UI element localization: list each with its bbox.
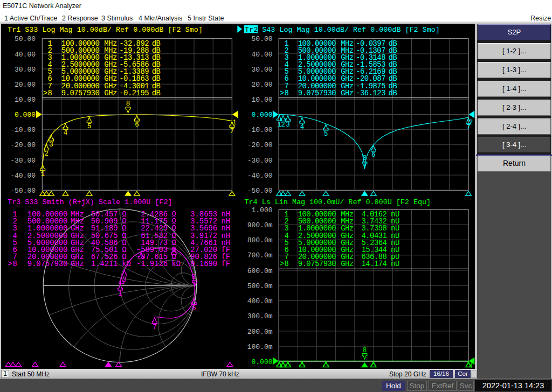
svg-text:6: 6	[192, 305, 196, 312]
svg-text:6: 6	[135, 121, 139, 129]
svg-text:-20.00: -20.00	[247, 141, 273, 149]
svg-text:20.00: 20.00	[15, 81, 36, 89]
svg-text:50.00: 50.00	[15, 35, 36, 43]
svg-text:Tr1 S33 Log Mag 10.00dB/ Ref 0: Tr1 S33 Log Mag 10.00dB/ Ref 0.000dB [F2…	[8, 26, 203, 34]
svg-text:S43 Log Mag 10.00dB/ Ref 0.000: S43 Log Mag 10.00dB/ Ref 0.000dB [F2 Smo…	[262, 26, 439, 34]
svg-text:9.0757930: 9.0757930	[61, 89, 100, 97]
svg-text:2: 2	[281, 121, 285, 129]
svg-text:GHz: GHz	[341, 89, 354, 97]
svg-text:-40.00: -40.00	[247, 172, 273, 180]
svg-text:-30.00: -30.00	[247, 157, 273, 165]
svg-text:8: 8	[363, 347, 367, 354]
svg-text:-50.00: -50.00	[10, 187, 36, 195]
svg-text:7: 7	[230, 128, 234, 135]
svg-text:9.0757930: 9.0757930	[298, 89, 336, 97]
svg-text:GHz: GHz	[71, 260, 84, 268]
svg-text:GHz: GHz	[104, 89, 117, 97]
svg-text:0.000: 0.000	[15, 111, 36, 119]
svg-text:8: 8	[285, 89, 289, 97]
svg-text:50.00: 50.00	[251, 35, 272, 43]
svg-text:1.000: 1.000	[251, 206, 272, 214]
svg-text:kΩ: kΩ	[172, 260, 181, 268]
svg-text:1: 1	[118, 290, 122, 298]
svg-text:-40.00: -40.00	[10, 172, 36, 180]
svg-text:10.00: 10.00	[15, 96, 36, 104]
svg-text:0.000: 0.000	[251, 111, 272, 119]
svg-text:-36.123: -36.123	[356, 89, 385, 97]
svg-text:9.0757930: 9.0757930	[27, 260, 68, 268]
svg-text:Tr4 Ls Lin Mag 100.0mU/ Ref 0.: Tr4 Ls Lin Mag 100.0mU/ Ref 0.000U [F2 E…	[245, 198, 431, 206]
svg-text:8: 8	[48, 89, 52, 97]
svg-text:900.0m: 900.0m	[247, 221, 273, 229]
svg-text:3: 3	[286, 121, 290, 129]
svg-text:200.0m: 200.0m	[247, 328, 273, 336]
svg-text:Tr3 S33 Smith (R+jX) Scale 1.0: Tr3 S33 Smith (R+jX) Scale 1.000U [F2]	[8, 198, 172, 206]
svg-text:30.00: 30.00	[15, 66, 36, 74]
svg-text:5: 5	[87, 123, 92, 130]
svg-text:30.00: 30.00	[251, 66, 272, 74]
svg-text:9.0757930: 9.0757930	[298, 260, 336, 268]
svg-text:300.0m: 300.0m	[247, 312, 273, 320]
svg-text:-30.00: -30.00	[10, 157, 36, 165]
svg-text:40.00: 40.00	[15, 51, 36, 59]
svg-text:dB: dB	[389, 89, 397, 97]
svg-text:40.00: 40.00	[251, 51, 272, 59]
svg-text:-10.00: -10.00	[10, 126, 36, 134]
svg-text:2: 2	[469, 119, 473, 127]
svg-text:>: >	[280, 89, 284, 97]
svg-text:100.0m: 100.0m	[247, 343, 273, 351]
svg-text:0.000: 0.000	[251, 358, 272, 366]
svg-text:1.4211: 1.4211	[91, 260, 118, 268]
svg-text:1: 1	[40, 171, 45, 178]
svg-text:3: 3	[122, 276, 127, 284]
svg-text:-20.00: -20.00	[10, 141, 36, 149]
svg-text:10.00: 10.00	[251, 96, 272, 104]
svg-text:6: 6	[371, 151, 376, 159]
svg-text:>: >	[280, 260, 284, 268]
svg-text:2: 2	[44, 150, 49, 158]
svg-text:-50.00: -50.00	[247, 187, 273, 195]
svg-text:8: 8	[13, 260, 17, 268]
svg-text:8: 8	[285, 260, 289, 268]
svg-text:fF: fF	[222, 260, 231, 268]
svg-text:GHz: GHz	[341, 260, 354, 268]
svg-text:5: 5	[324, 130, 328, 138]
svg-text:20.00: 20.00	[251, 81, 272, 89]
svg-text:500.0m: 500.0m	[247, 282, 273, 290]
svg-text:8: 8	[363, 155, 367, 162]
svg-text:-10.00: -10.00	[247, 126, 273, 134]
svg-text:-0.2195: -0.2195	[119, 89, 149, 97]
svg-text:400.0m: 400.0m	[247, 297, 273, 305]
svg-text:Tr2: Tr2	[245, 26, 258, 34]
svg-text:1: 1	[232, 119, 237, 127]
svg-text:800.0m: 800.0m	[247, 236, 273, 244]
svg-text:8: 8	[191, 274, 196, 281]
svg-text:-1.9126: -1.9126	[136, 260, 168, 268]
svg-text:600.0m: 600.0m	[247, 267, 273, 275]
svg-text:9.1690: 9.1690	[190, 260, 217, 268]
svg-text:4: 4	[64, 129, 68, 137]
svg-text:14.174: 14.174	[361, 260, 387, 268]
svg-text:4: 4	[300, 123, 305, 131]
svg-text:nU: nU	[391, 260, 399, 268]
svg-text:>: >	[8, 260, 12, 268]
svg-text:8: 8	[126, 100, 130, 108]
svg-text:>: >	[43, 89, 47, 97]
svg-text:700.0m: 700.0m	[247, 251, 273, 260]
svg-text:3: 3	[49, 141, 53, 149]
svg-text:dB: dB	[152, 89, 161, 97]
svg-text:7: 7	[153, 324, 157, 331]
